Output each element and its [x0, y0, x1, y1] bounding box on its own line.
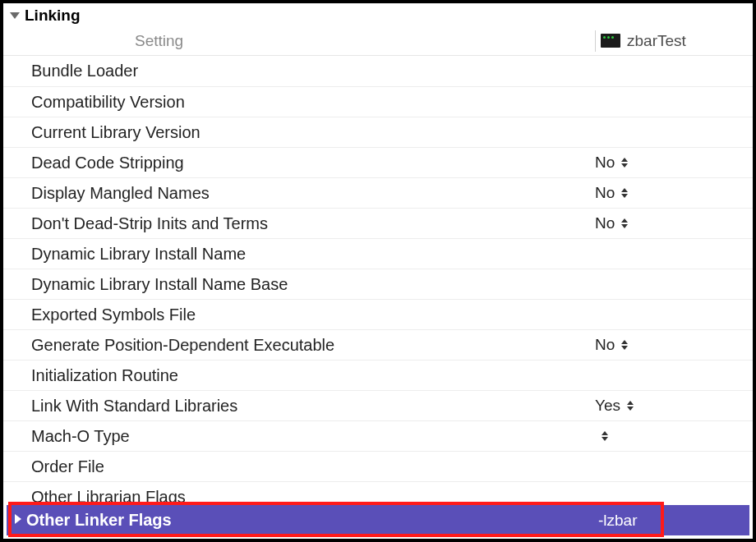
columns-header: Setting zbarTest — [3, 26, 753, 56]
selected-row-container: Other Linker Flags -lzbar — [7, 505, 749, 535]
setting-label: Other Librarian Flags — [3, 488, 595, 507]
setting-label: Other Linker Flags — [26, 511, 598, 530]
setting-label: Mach-O Type — [3, 427, 595, 446]
stepper-arrows-icon[interactable] — [627, 401, 634, 411]
setting-row[interactable]: Mach-O Type — [3, 420, 753, 451]
setting-value: No — [595, 214, 615, 232]
setting-label: Exported Symbols File — [3, 305, 595, 324]
setting-row[interactable]: Dynamic Library Install Name Base — [3, 269, 753, 299]
disclosure-triangle-right-icon[interactable] — [15, 514, 21, 524]
setting-row[interactable]: Dynamic Library Install Name — [3, 238, 753, 269]
setting-row[interactable]: Compatibility Version — [3, 86, 753, 117]
column-header-setting: Setting — [3, 32, 595, 50]
setting-row[interactable]: Current Library Version — [3, 117, 753, 147]
setting-value: No — [595, 184, 615, 202]
setting-label: Dynamic Library Install Name — [3, 245, 595, 264]
setting-row-other-linker-flags[interactable]: Other Linker Flags -lzbar — [7, 505, 749, 535]
setting-value: Yes — [595, 397, 620, 415]
column-separator — [595, 30, 596, 52]
column-header-target[interactable]: zbarTest — [601, 32, 686, 50]
setting-label: Dead Code Stripping — [3, 154, 595, 172]
setting-label: Dynamic Library Install Name Base — [3, 275, 595, 294]
setting-label: Link With Standard Libraries — [3, 397, 595, 416]
section-header[interactable]: Linking — [3, 3, 753, 26]
setting-label: Don't Dead-Strip Inits and Terms — [3, 214, 595, 233]
setting-value-cell[interactable] — [595, 431, 608, 441]
stepper-arrows-icon[interactable] — [602, 431, 608, 441]
setting-row[interactable]: Order File — [3, 451, 753, 481]
setting-label: Generate Position-Dependent Executable — [3, 336, 595, 355]
setting-label: Order File — [3, 457, 595, 476]
stepper-arrows-icon[interactable] — [621, 218, 628, 228]
setting-value: No — [595, 336, 615, 354]
setting-label: Display Mangled Names — [3, 184, 595, 203]
setting-value-cell[interactable]: No — [595, 336, 628, 354]
setting-value-cell[interactable]: No — [595, 154, 628, 172]
setting-value-cell[interactable]: No — [595, 184, 628, 202]
target-app-icon — [601, 34, 620, 48]
setting-label: Initialization Routine — [3, 366, 595, 385]
setting-row[interactable]: Generate Position-Dependent ExecutableNo — [3, 329, 753, 360]
stepper-arrows-icon[interactable] — [621, 158, 628, 168]
setting-row[interactable]: Link With Standard LibrariesYes — [3, 390, 753, 420]
section-title: Linking — [25, 7, 81, 25]
setting-value-cell[interactable]: Yes — [595, 397, 634, 415]
setting-row[interactable]: Initialization Routine — [3, 360, 753, 390]
setting-row[interactable]: Display Mangled NamesNo — [3, 177, 753, 208]
build-settings-panel: Linking Setting zbarTest Bundle LoaderCo… — [0, 0, 756, 542]
disclosure-triangle-down-icon[interactable] — [10, 12, 20, 19]
setting-row[interactable]: Don't Dead-Strip Inits and TermsNo — [3, 208, 753, 238]
setting-label: Compatibility Version — [3, 93, 595, 112]
target-name: zbarTest — [627, 32, 686, 50]
setting-row[interactable]: Dead Code StrippingNo — [3, 147, 753, 177]
setting-label: Bundle Loader — [3, 62, 595, 80]
setting-value[interactable]: -lzbar — [598, 512, 638, 530]
setting-row[interactable]: Exported Symbols File — [3, 299, 753, 329]
stepper-arrows-icon[interactable] — [621, 340, 628, 350]
setting-label: Current Library Version — [3, 123, 595, 142]
setting-row[interactable]: Bundle Loader — [3, 56, 753, 86]
setting-value-cell[interactable]: No — [595, 214, 628, 232]
settings-rows: Bundle LoaderCompatibility VersionCurren… — [3, 56, 753, 512]
stepper-arrows-icon[interactable] — [621, 188, 628, 198]
setting-value: No — [595, 154, 615, 172]
